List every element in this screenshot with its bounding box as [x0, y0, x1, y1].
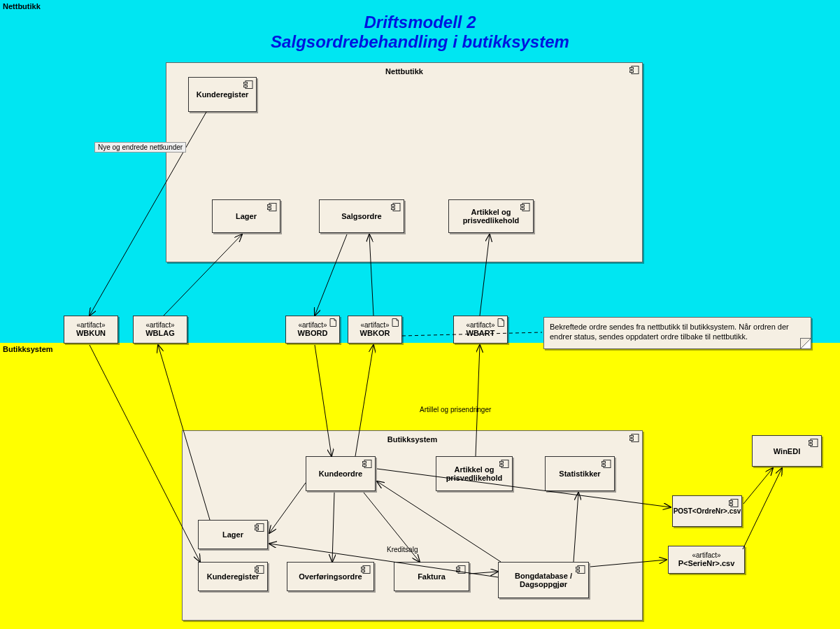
component-icon — [601, 460, 611, 468]
svg-rect-37 — [457, 567, 460, 570]
container-nettbutikk-label: Nettbutikk — [166, 67, 642, 76]
svg-rect-29 — [255, 528, 259, 530]
note-fold-icon — [800, 338, 811, 348]
file-icon — [392, 318, 399, 327]
svg-rect-40 — [576, 567, 580, 570]
artifact-wbord: «artifact» WBORD — [285, 316, 340, 344]
edge-label-nye-kunder: Nye og endrede nettkunder — [94, 142, 186, 153]
component-nb-kunderegister: Kunderegister — [188, 77, 257, 112]
edge-label-artikkel-pris: Artillel og prisendringer — [420, 406, 491, 414]
file-icon — [497, 318, 504, 327]
component-icon — [255, 565, 264, 574]
component-nb-salgsordre: Salgsordre — [319, 199, 404, 233]
component-label: Kundeordre — [319, 469, 362, 478]
component-label: Artikkel og prisvedlikehold — [453, 208, 529, 225]
artifact-name: WBART — [467, 329, 495, 338]
component-bs-kundeordre: Kundeordre — [306, 456, 376, 491]
artifact-wbkor: «artifact» WBKOR — [348, 316, 402, 344]
file-icon — [329, 318, 336, 327]
edge-label-kreditsalg: Kreditsalg — [387, 546, 418, 553]
svg-rect-47 — [729, 504, 733, 506]
svg-rect-5 — [244, 85, 248, 87]
svg-rect-17 — [630, 439, 634, 441]
component-postordre: POST<OrdreNr>.csv — [672, 495, 742, 527]
component-icon — [255, 523, 264, 532]
artifact-name: WBKOR — [360, 329, 390, 338]
svg-rect-4 — [244, 83, 248, 85]
svg-rect-16 — [630, 436, 634, 438]
svg-rect-35 — [362, 570, 365, 572]
artifact-name: WBLAG — [145, 329, 175, 338]
svg-rect-22 — [500, 462, 504, 464]
artifact-stereotype: «artifact» — [145, 321, 174, 330]
svg-rect-26 — [602, 465, 606, 467]
svg-rect-44 — [809, 444, 813, 446]
component-nb-artikkel: Artikkel og prisvedlikehold — [448, 199, 534, 233]
component-label: Kunderegister — [197, 90, 249, 99]
component-bs-artikkel: Artikkel og prisvedlikehold — [436, 456, 513, 491]
component-label: Faktura — [418, 572, 446, 581]
swimlane-label-nettbutikk: Nettbutikk — [3, 2, 41, 10]
component-label: POST<OrdreNr>.csv — [674, 507, 741, 515]
component-label: Statistikker — [559, 469, 600, 478]
component-bs-overforing: Overføringsordre — [287, 562, 374, 591]
note-text: Bekreftede ordre sendes fra nettbutikk t… — [550, 323, 789, 341]
component-bs-faktura: Faktura — [394, 562, 469, 591]
component-label: Lager — [222, 530, 243, 539]
artifact-stereotype: «artifact» — [692, 551, 720, 560]
component-bs-kunderegister: Kunderegister — [198, 562, 268, 591]
svg-rect-7 — [268, 205, 271, 207]
component-icon — [520, 203, 530, 211]
component-nb-lager: Lager — [212, 199, 280, 233]
artifact-name: WBORD — [298, 329, 328, 338]
component-label: Artikkel og prisvedlikehold — [441, 465, 508, 482]
component-icon — [729, 499, 739, 507]
component-icon — [499, 460, 509, 468]
swimlane-label-butikksystem: Butikksystem — [3, 345, 53, 353]
component-icon — [362, 460, 372, 468]
svg-rect-31 — [255, 567, 259, 570]
artifact-pserie: «artifact» P<SerieNr>.csv — [668, 546, 745, 574]
component-label: Overføringsordre — [299, 572, 362, 581]
component-icon — [629, 66, 639, 74]
svg-rect-19 — [363, 462, 366, 464]
svg-rect-41 — [576, 570, 580, 572]
component-bs-statistikker: Statistikker — [545, 456, 615, 491]
artifact-stereotype: «artifact» — [360, 321, 389, 330]
note-order-flow: Bekreftede ordre sendes fra nettbutikk t… — [543, 317, 811, 349]
artifact-stereotype: «artifact» — [298, 321, 327, 330]
svg-rect-11 — [392, 208, 395, 210]
artifact-stereotype: «artifact» — [76, 321, 105, 330]
diagram-canvas: Nettbutikk Butikksystem Driftsmodell 2 S… — [0, 0, 840, 629]
svg-rect-1 — [630, 68, 634, 70]
component-bs-lager: Lager — [198, 520, 268, 549]
svg-rect-28 — [255, 525, 259, 528]
component-label: WinEDI — [774, 447, 800, 455]
svg-rect-25 — [602, 462, 606, 464]
title-line-1: Driftsmodell 2 — [0, 13, 840, 32]
artifact-stereotype: «artifact» — [466, 321, 494, 330]
svg-rect-43 — [809, 441, 813, 443]
component-bs-bong: Bongdatabase / Dagsoppgjør — [498, 562, 589, 598]
component-icon — [576, 565, 585, 574]
svg-rect-38 — [457, 570, 460, 572]
artifact-name: P<SerieNr>.csv — [678, 559, 735, 568]
diagram-title: Driftsmodell 2 Salgsordrebehandling i bu… — [0, 13, 840, 51]
component-icon — [267, 203, 277, 211]
artifact-wbkun: «artifact» WBKUN — [64, 316, 118, 344]
svg-rect-23 — [500, 465, 504, 467]
svg-rect-32 — [255, 570, 259, 572]
component-icon — [391, 203, 401, 211]
component-label: Salgsordre — [341, 212, 381, 220]
artifact-name: WBKUN — [76, 329, 106, 338]
component-icon — [361, 565, 371, 574]
container-butikksystem-label: Butikksystem — [183, 435, 642, 444]
svg-rect-2 — [630, 71, 634, 73]
title-line-2: Salgsordrebehandling i butikksystem — [0, 32, 840, 52]
component-icon — [629, 434, 639, 442]
svg-rect-10 — [392, 205, 395, 207]
svg-rect-8 — [268, 208, 271, 210]
component-icon — [456, 565, 466, 574]
component-winedi: WinEDI — [752, 435, 822, 467]
svg-rect-13 — [521, 205, 525, 207]
